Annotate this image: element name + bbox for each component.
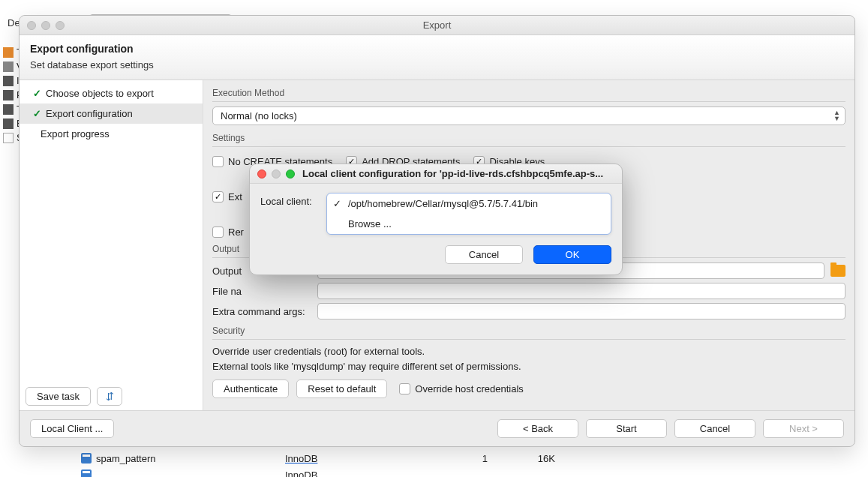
- popup-ok-button[interactable]: OK: [533, 245, 611, 264]
- security-text: Override user credentials (root) for ext…: [212, 344, 845, 374]
- dropdown-option-selected[interactable]: /opt/homebrew/Cellar/mysql@5.7/5.7.41/bi…: [327, 194, 611, 214]
- popup-traffic-lights[interactable]: [257, 170, 295, 178]
- close-icon[interactable]: [257, 170, 266, 178]
- titlebar: Export: [20, 16, 854, 35]
- local-client-button[interactable]: Local Client ...: [30, 419, 114, 438]
- local-client-label: Local client:: [260, 193, 320, 207]
- table-name: spam_pattern: [96, 453, 156, 464]
- start-button[interactable]: Start: [586, 419, 667, 438]
- exec-method-select[interactable]: Normal (no locks) ▲▼: [212, 106, 845, 125]
- header-title: Export configuration: [30, 43, 844, 55]
- updown-icon: ▲▼: [833, 110, 840, 122]
- file-name-label: File na: [212, 286, 311, 297]
- extra-args-label: Extra command args:: [212, 306, 311, 317]
- step-label: Export configuration: [46, 108, 133, 119]
- dropdown-option-browse[interactable]: Browse ...: [327, 214, 611, 234]
- local-client-popup: Local client configuration for 'pp-id-li…: [249, 164, 623, 275]
- traffic-lights[interactable]: [27, 21, 65, 30]
- wizard-sidebar: ✓Choose objects to export ✓Export config…: [20, 80, 203, 410]
- step-export-progress[interactable]: Export progress: [20, 124, 203, 144]
- security-label: Security: [212, 326, 845, 336]
- engine-link[interactable]: InnoDB: [285, 453, 317, 464]
- folder-icon[interactable]: [830, 265, 845, 277]
- step-choose-objects[interactable]: ✓Choose objects to export: [20, 83, 203, 104]
- step-label: Export progress: [41, 128, 110, 140]
- popup-title: Local client configuration for 'pp-id-li…: [302, 168, 603, 179]
- check-label: Ext: [228, 191, 242, 202]
- check-label: Override host credentials: [415, 383, 524, 394]
- check-rer[interactable]: Rer: [212, 226, 244, 238]
- engine-link[interactable]: InnoDB: [285, 470, 317, 478]
- back-button[interactable]: < Back: [497, 419, 578, 438]
- exec-method-value: Normal (no locks): [221, 110, 297, 122]
- dialog-footer: Local Client ... < Back Start Cancel Nex…: [20, 410, 854, 446]
- save-task-button[interactable]: Save task: [26, 387, 91, 406]
- table-icon: [81, 470, 92, 477]
- step-label: Choose objects to export: [46, 88, 154, 99]
- reset-default-button[interactable]: Reset to default: [296, 380, 387, 398]
- window-title: Export: [423, 20, 452, 31]
- table-row[interactable]: spam_pattern InnoDB 1 16K: [75, 450, 675, 466]
- minimize-icon: [272, 170, 281, 178]
- exec-method-label: Execution Method: [212, 88, 845, 98]
- link-tasks-button[interactable]: ⇵: [97, 387, 122, 406]
- local-client-dropdown[interactable]: /opt/homebrew/Cellar/mysql@5.7/5.7.41/bi…: [326, 193, 611, 235]
- popup-titlebar: Local client configuration for 'pp-id-li…: [250, 164, 622, 184]
- zoom-icon[interactable]: [286, 170, 295, 178]
- settings-label: Settings: [212, 133, 845, 143]
- check-icon: ✓: [33, 108, 41, 119]
- background-table: spam_pattern InnoDB 1 16K InnoDB: [75, 450, 675, 477]
- check-label: Rer: [228, 226, 244, 238]
- popup-cancel-button[interactable]: Cancel: [445, 245, 523, 264]
- dialog-header: Export configuration Set database export…: [20, 35, 854, 80]
- authenticate-button[interactable]: Authenticate: [212, 380, 289, 398]
- check-icon: ✓: [33, 88, 41, 99]
- table-row[interactable]: InnoDB: [75, 466, 675, 477]
- cancel-button[interactable]: Cancel: [674, 419, 755, 438]
- table-icon: [81, 453, 92, 464]
- next-button: Next >: [763, 419, 844, 438]
- extra-args-field[interactable]: [317, 303, 845, 320]
- step-export-config[interactable]: ✓Export configuration: [20, 104, 203, 124]
- header-subtitle: Set database export settings: [30, 59, 844, 70]
- file-name-field[interactable]: [317, 283, 845, 299]
- check-override-host[interactable]: Override host credentials: [399, 383, 524, 394]
- check-ext[interactable]: Ext: [212, 191, 242, 202]
